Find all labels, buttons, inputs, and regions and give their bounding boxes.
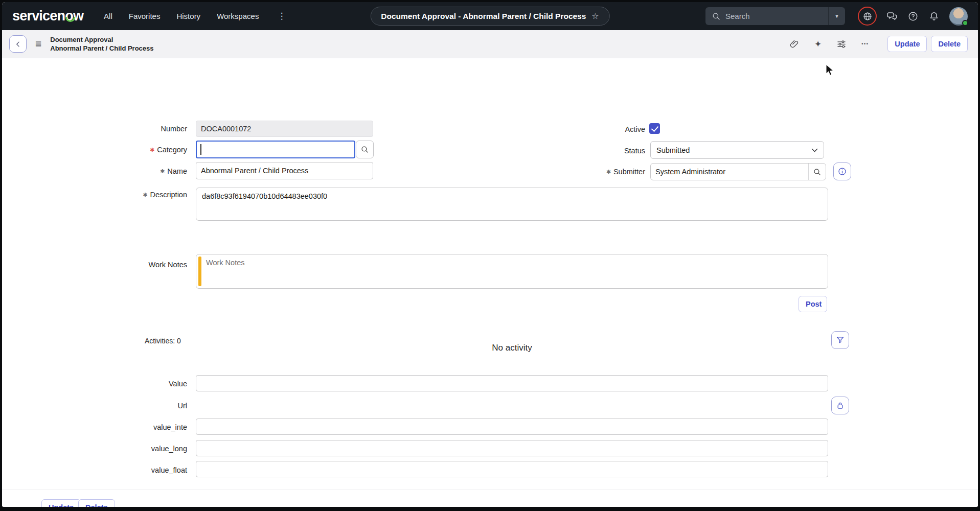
context-record-pill[interactable]: Document Approval - Abnormal Parent / Ch… — [370, 7, 609, 26]
user-avatar[interactable] — [949, 7, 968, 26]
back-button[interactable] — [9, 35, 27, 53]
work-notes-label: Work Notes — [51, 261, 187, 269]
name-label: ✱Name — [51, 167, 187, 175]
number-label: Number — [51, 125, 187, 133]
notifications-bell-button[interactable] — [928, 11, 940, 22]
nav-item-favorites[interactable]: Favorites — [129, 12, 161, 20]
global-search-placeholder: Search — [725, 12, 750, 20]
personalize-sparkle-icon[interactable]: ✦ — [814, 40, 822, 49]
required-icon: ✱ — [160, 168, 165, 174]
description-label: ✱Description — [51, 191, 187, 199]
update-button-bottom[interactable]: Update — [41, 499, 81, 511]
category-label-text: Category — [157, 146, 187, 154]
no-activity-message: No activity — [196, 343, 828, 353]
globe-button[interactable] — [858, 7, 877, 26]
url-label: Url — [51, 402, 187, 410]
top-nav-bar: servicenow All Favorites History Workspa… — [2, 2, 978, 30]
primary-nav: All Favorites History Workspaces ⋮ — [104, 11, 288, 21]
active-label: Active — [554, 125, 645, 133]
value-long-field[interactable] — [196, 440, 828, 456]
logo-text-end: w — [73, 8, 83, 24]
search-scope-caret[interactable]: ▼ — [828, 7, 845, 25]
post-button[interactable]: Post — [799, 296, 827, 312]
record-title-table: Document Approval — [50, 35, 153, 44]
mouse-cursor — [824, 64, 835, 77]
presence-status-dot — [962, 20, 968, 26]
nav-item-history[interactable]: History — [176, 12, 200, 20]
category-field[interactable] — [196, 141, 355, 158]
submitter-lookup-button[interactable] — [808, 164, 826, 180]
status-select[interactable]: Submitted — [650, 141, 824, 159]
submitter-label-text: Submitter — [613, 168, 645, 176]
number-field[interactable] — [196, 121, 373, 137]
record-form: Number Active ✱Category Status Submitted… — [2, 58, 978, 507]
value-field[interactable] — [196, 375, 828, 391]
name-field[interactable] — [196, 162, 373, 179]
help-button[interactable] — [907, 11, 919, 22]
required-icon: ✱ — [143, 192, 147, 198]
required-icon: ✱ — [150, 147, 154, 153]
delete-button[interactable]: Delete — [931, 36, 968, 52]
text-cursor — [200, 144, 201, 155]
chat-button[interactable] — [886, 11, 898, 22]
chevron-down-icon — [811, 148, 818, 152]
logo-text: servicen — [12, 8, 65, 24]
logo-o-accent: o — [65, 8, 73, 24]
value-float-label: value_float — [51, 466, 187, 474]
chevron-left-icon — [13, 39, 23, 49]
category-lookup-button[interactable] — [356, 141, 374, 158]
submitter-field[interactable] — [650, 163, 826, 180]
description-field[interactable]: da6f8c93f6194070b10d64483ee030f0 — [196, 188, 828, 221]
global-search-group: Search ▼ — [705, 7, 845, 25]
record-title: Document Approval Abnormal Parent / Chil… — [50, 35, 153, 53]
submitter-preview-button[interactable] — [833, 162, 851, 180]
search-icon — [360, 145, 369, 154]
value-inte-field[interactable] — [196, 419, 828, 435]
status-value: Submitted — [656, 146, 690, 154]
value-float-field[interactable] — [196, 461, 828, 477]
submitter-label: ✱Submitter — [534, 168, 645, 176]
nav-more-icon[interactable]: ⋮ — [275, 11, 288, 21]
required-icon: ✱ — [606, 169, 611, 175]
update-button[interactable]: Update — [887, 36, 927, 52]
header-buttons: Update Delete — [887, 36, 968, 52]
value-inte-label: value_inte — [51, 423, 187, 431]
funnel-icon — [835, 335, 845, 345]
record-header-bar: ≡ Document Approval Abnormal Parent / Ch… — [2, 30, 978, 58]
nav-item-workspaces[interactable]: Workspaces — [217, 12, 259, 20]
status-label: Status — [554, 147, 645, 155]
record-title-name: Abnormal Parent / Child Process — [50, 44, 153, 53]
url-lock-button[interactable] — [831, 397, 849, 414]
attachment-paperclip-icon[interactable] — [789, 39, 800, 49]
app-window: servicenow All Favorites History Workspa… — [0, 0, 980, 511]
globe-icon — [862, 11, 873, 21]
active-checkbox[interactable] — [649, 123, 660, 134]
topnav-right-cluster: Search ▼ — [705, 7, 968, 26]
info-icon — [837, 167, 847, 176]
activities-count-label: Activities: 0 — [145, 337, 181, 345]
name-label-text: Name — [167, 167, 187, 175]
form-settings-sliders-icon[interactable] — [836, 39, 847, 49]
category-label: ✱Category — [51, 146, 187, 154]
value-long-label: value_long — [51, 445, 187, 453]
lock-icon — [835, 401, 845, 410]
activity-filter-button[interactable] — [831, 331, 849, 349]
global-search-input[interactable]: Search — [705, 7, 828, 25]
servicenow-logo[interactable]: servicenow — [12, 8, 83, 24]
delete-button-bottom[interactable]: Delete — [78, 499, 115, 511]
context-pill-label: Document Approval - Abnormal Parent / Ch… — [381, 12, 586, 21]
work-notes-input[interactable] — [196, 254, 828, 288]
submitter-reference-field — [650, 163, 826, 180]
search-icon — [712, 12, 721, 21]
value-label: Value — [51, 380, 187, 388]
favorite-star-icon[interactable]: ☆ — [591, 11, 599, 21]
work-notes-box — [196, 254, 828, 289]
more-options-icon[interactable]: ••• — [861, 41, 869, 47]
form-context-menu-icon[interactable]: ≡ — [35, 38, 41, 50]
caret-down-icon: ▼ — [835, 14, 839, 19]
section-divider — [2, 490, 978, 490]
search-icon — [813, 168, 822, 176]
record-header-actions: ✦ ••• Update Delete — [789, 36, 971, 52]
nav-item-all[interactable]: All — [104, 12, 112, 20]
description-label-text: Description — [150, 191, 187, 199]
